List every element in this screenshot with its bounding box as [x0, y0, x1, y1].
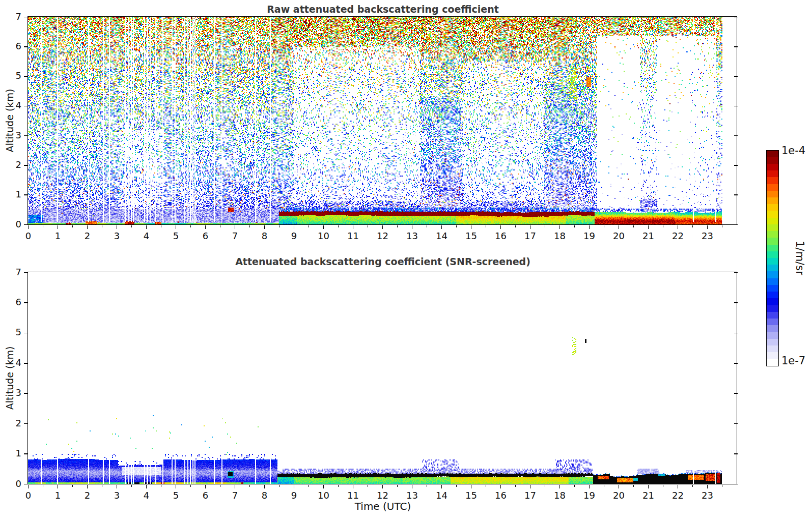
raw-y-axis-label: Altitude (km) — [4, 89, 15, 153]
x-tick-label: 13 — [406, 490, 418, 501]
x-tick-label: 1 — [55, 230, 61, 241]
x-major-tick — [441, 485, 442, 488]
x-tick-label: 23 — [702, 230, 713, 241]
x-minor-tick — [604, 225, 604, 227]
x-major-tick — [353, 485, 354, 488]
y-right-tick — [734, 333, 738, 334]
x-major-tick — [678, 485, 679, 488]
x-tick-label: 0 — [25, 230, 31, 241]
y-major-tick — [24, 484, 27, 485]
colorbar-canvas — [767, 151, 778, 366]
x-minor-tick — [486, 225, 486, 227]
y-major-tick — [24, 393, 27, 394]
x-major-tick — [471, 485, 472, 488]
x-major-tick — [530, 225, 531, 229]
y-tick-label: 3 — [6, 387, 21, 398]
x-major-tick — [441, 225, 442, 229]
y-right-tick — [734, 272, 738, 273]
x-major-tick — [530, 485, 531, 488]
x-tick-label: 19 — [583, 490, 595, 501]
y-major-tick — [24, 46, 27, 47]
x-tick-label: 15 — [465, 230, 477, 241]
x-tick-label: 3 — [114, 490, 120, 501]
y-tick-label: 4 — [6, 357, 21, 368]
x-major-tick — [353, 225, 354, 229]
x-tick-label: 21 — [642, 490, 654, 501]
figure-ceilometer-quicklook: Raw attenuated backscattering coefficien… — [0, 0, 812, 519]
x-minor-tick — [72, 485, 73, 487]
y-major-tick — [24, 453, 27, 454]
x-tick-label: 10 — [318, 230, 329, 241]
y-right-tick — [734, 224, 738, 225]
y-major-tick — [24, 76, 27, 77]
x-major-tick — [205, 225, 206, 229]
x-major-tick — [500, 485, 501, 488]
x-minor-tick — [338, 485, 339, 487]
x-major-tick — [28, 225, 29, 229]
y-tick-label: 1 — [6, 448, 21, 458]
x-minor-tick — [309, 225, 309, 227]
y-tick-label: 0 — [6, 219, 21, 229]
x-minor-tick — [249, 225, 250, 227]
x-major-tick — [678, 225, 679, 229]
x-tick-label: 5 — [173, 230, 179, 241]
x-tick-label: 3 — [114, 230, 120, 241]
x-major-tick — [205, 485, 206, 488]
x-tick-label: 18 — [554, 230, 566, 241]
x-tick-label: 4 — [144, 230, 149, 241]
x-minor-tick — [427, 225, 427, 227]
y-tick-label: 2 — [6, 418, 21, 428]
y-right-tick — [734, 165, 738, 166]
x-tick-label: 22 — [672, 490, 684, 501]
x-tick-label: 17 — [524, 490, 536, 501]
y-right-tick — [734, 46, 738, 47]
y-tick-label: 5 — [6, 327, 21, 337]
x-tick-label: 6 — [203, 490, 208, 501]
x-major-tick — [323, 225, 324, 229]
y-right-tick — [734, 76, 738, 77]
x-tick-label: 8 — [262, 490, 267, 501]
x-tick-label: 6 — [203, 230, 208, 241]
x-minor-tick — [43, 225, 43, 227]
x-minor-tick — [633, 225, 634, 227]
x-minor-tick — [692, 485, 693, 487]
colorbar-frame — [766, 150, 779, 366]
y-tick-label: 0 — [6, 478, 21, 489]
x-major-tick — [323, 485, 324, 488]
raw-panel-title: Raw attenuated backscattering coefficien… — [267, 4, 499, 15]
x-minor-tick — [515, 225, 516, 227]
x-tick-label: 18 — [554, 490, 566, 501]
x-tick-label: 1 — [55, 490, 61, 501]
colorbar-min-label: 1e-7 — [781, 355, 805, 367]
y-tick-label: 7 — [6, 267, 21, 277]
x-minor-tick — [663, 225, 663, 227]
x-minor-tick — [131, 485, 132, 487]
x-major-tick — [117, 485, 118, 488]
x-minor-tick — [722, 485, 722, 487]
y-right-tick — [734, 363, 738, 364]
x-minor-tick — [368, 225, 368, 227]
x-major-tick — [264, 225, 265, 229]
x-minor-tick — [545, 485, 545, 487]
x-minor-tick — [456, 225, 457, 227]
y-tick-label: 5 — [6, 70, 21, 81]
y-tick-label: 7 — [6, 11, 21, 22]
y-right-tick — [734, 484, 738, 485]
x-tick-label: 22 — [672, 230, 684, 241]
x-tick-label: 14 — [436, 490, 447, 501]
x-major-tick — [619, 485, 620, 488]
colorbar-unit-label: 1/m/sr — [794, 241, 806, 275]
x-minor-tick — [456, 485, 457, 487]
x-tick-label: 12 — [377, 230, 388, 241]
x-minor-tick — [102, 485, 102, 487]
x-minor-tick — [102, 225, 102, 227]
y-major-tick — [24, 423, 27, 424]
screened-y-axis-label: Altitude (km) — [4, 347, 15, 410]
x-tick-label: 2 — [85, 490, 90, 501]
y-major-tick — [24, 302, 27, 303]
x-tick-label: 9 — [291, 490, 297, 501]
x-major-tick — [176, 225, 177, 229]
x-major-tick — [294, 485, 295, 488]
x-major-tick — [589, 485, 590, 488]
y-tick-label: 1 — [6, 189, 21, 199]
